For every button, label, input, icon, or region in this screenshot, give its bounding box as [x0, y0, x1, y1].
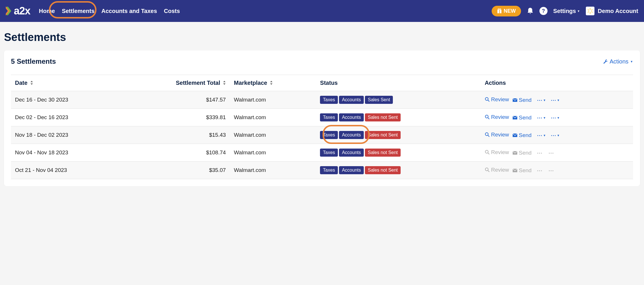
cell-status: TaxesAccountsSales not Sent [316, 162, 481, 179]
svg-rect-7 [591, 9, 593, 11]
col-header-date-label: Date [15, 80, 27, 86]
nav-right: NEW ? Settings ▼ [492, 6, 638, 16]
gift-icon [497, 8, 502, 14]
envelope-icon [512, 116, 518, 120]
cell-status: TaxesAccountsSales not Sent [316, 109, 481, 126]
review-button[interactable]: Review [485, 132, 509, 138]
cell-total: $108.74 [123, 144, 230, 162]
table-row: Dec 16 - Dec 30 2023$147.57Walmart.comTa… [11, 91, 633, 109]
status-badge[interactable]: Taxes [320, 113, 338, 121]
cell-actions: Review Send⋯⋯ [481, 144, 633, 162]
status-badge[interactable]: Accounts [339, 96, 364, 104]
dots-icon: ⋯ [551, 132, 556, 139]
question-icon: ? [542, 8, 545, 14]
envelope-icon [512, 133, 518, 137]
dots-icon: ⋯ [537, 167, 543, 174]
nav-accounts-taxes[interactable]: Accounts and Taxes [101, 8, 157, 14]
nav-settlements[interactable]: Settlements [62, 8, 94, 14]
dots-icon: ⋯ [551, 97, 556, 104]
nav-costs[interactable]: Costs [164, 8, 180, 14]
table-row: Nov 18 - Dec 02 2023$15.43Walmart.comTax… [11, 126, 633, 144]
logo-chevron-icon [6, 7, 13, 15]
cell-actions: Review Send⋯⋯ [481, 162, 633, 179]
status-badge[interactable]: Sales not Sent [365, 149, 401, 157]
more-actions-dropdown[interactable]: ⋯ ▼ [537, 115, 546, 121]
more-actions-dropdown-2: ⋯ [544, 167, 554, 174]
status-badge[interactable]: Accounts [339, 166, 364, 174]
settlements-table: Date Settlement Total Marketplace [11, 75, 633, 179]
new-badge-label: NEW [504, 8, 516, 14]
status-badge[interactable]: Sales not Sent [365, 113, 401, 121]
col-header-actions: Actions [481, 75, 633, 91]
svg-rect-6 [590, 12, 590, 14]
status-badge[interactable]: Sales Sent [365, 96, 393, 104]
more-actions-dropdown-2: ⋯ [544, 150, 554, 156]
more-actions-dropdown: ⋯ [537, 167, 543, 174]
status-badge[interactable]: Taxes [320, 96, 338, 104]
cell-total: $339.81 [123, 109, 230, 126]
caret-down-icon: ▼ [577, 10, 580, 13]
cell-status: TaxesAccountsSales Sent [316, 91, 481, 109]
send-button: Send [512, 167, 531, 174]
svg-line-24 [488, 170, 489, 172]
cell-marketplace: Walmart.com [230, 162, 316, 179]
nav-links: Home Settlements Accounts and Taxes Cost… [39, 8, 180, 14]
col-header-status-label: Status [320, 80, 338, 86]
account-name-label: Demo Account [598, 8, 638, 14]
magnifier-icon [485, 97, 490, 102]
settings-dropdown[interactable]: Settings ▼ [553, 8, 580, 14]
col-header-total-label: Settlement Total [176, 80, 220, 86]
col-header-total[interactable]: Settlement Total [123, 75, 230, 91]
send-button: Send [512, 150, 531, 156]
status-badge[interactable]: Taxes [320, 131, 338, 139]
actions-dropdown[interactable]: Actions ▼ [603, 58, 633, 65]
col-header-marketplace[interactable]: Marketplace [230, 75, 316, 91]
walmart-spark-icon [586, 7, 594, 15]
navbar: a2x Home Settlements Accounts and Taxes … [0, 0, 644, 22]
caret-down-icon: ▼ [543, 134, 546, 137]
caret-down-icon: ▼ [630, 60, 633, 63]
magnifier-icon [485, 115, 490, 120]
more-actions-dropdown-2[interactable]: ⋯ ▼ [548, 132, 560, 139]
status-badge[interactable]: Accounts [339, 113, 364, 121]
table-row: Dec 02 - Dec 16 2023$339.81Walmart.comTa… [11, 109, 633, 126]
table-row: Nov 04 - Nov 18 2023$108.74Walmart.comTa… [11, 144, 633, 162]
more-actions-dropdown-2[interactable]: ⋯ ▼ [548, 115, 560, 121]
svg-point-20 [485, 150, 488, 153]
col-header-date[interactable]: Date [11, 75, 123, 91]
cell-status: TaxesAccountsSales not Sent [316, 144, 481, 162]
status-badge[interactable]: Taxes [320, 166, 338, 174]
more-actions-dropdown[interactable]: ⋯ ▼ [537, 132, 546, 139]
status-badge[interactable]: Sales not Sent [365, 131, 401, 139]
svg-line-15 [488, 118, 489, 119]
more-actions-dropdown-2[interactable]: ⋯ ▼ [548, 97, 560, 104]
cell-date: Oct 21 - Nov 04 2023 [11, 162, 123, 179]
status-badge[interactable]: Taxes [320, 149, 338, 157]
send-button[interactable]: Send [512, 132, 531, 138]
sort-icon [223, 81, 226, 86]
help-button[interactable]: ? [539, 7, 548, 15]
logo[interactable]: a2x [6, 5, 30, 17]
col-header-marketplace-label: Marketplace [234, 80, 267, 86]
account-dropdown[interactable]: Demo Account [586, 7, 638, 15]
svg-point-3 [498, 9, 499, 10]
review-button[interactable]: Review [485, 114, 509, 120]
status-badge[interactable]: Accounts [339, 149, 364, 157]
review-button[interactable]: Review [485, 96, 509, 103]
sort-icon [30, 81, 33, 86]
new-badge-button[interactable]: NEW [492, 6, 521, 16]
table-row: Oct 21 - Nov 04 2023$35.07Walmart.comTax… [11, 162, 633, 179]
caret-down-icon: ▼ [557, 116, 560, 119]
notification-bell-button[interactable] [527, 7, 534, 15]
nav-home[interactable]: Home [39, 8, 55, 14]
settlements-panel: 5 Settlements Actions ▼ Date [4, 50, 640, 186]
send-button[interactable]: Send [512, 97, 531, 103]
send-button[interactable]: Send [512, 115, 531, 121]
status-badge[interactable]: Accounts [339, 131, 364, 139]
col-header-status: Status [316, 75, 481, 91]
status-badge[interactable]: Sales not Sent [365, 166, 401, 174]
dots-icon: ⋯ [551, 115, 556, 121]
logo-text: a2x [14, 5, 30, 17]
svg-point-4 [500, 9, 501, 10]
more-actions-dropdown[interactable]: ⋯ ▼ [537, 97, 546, 104]
